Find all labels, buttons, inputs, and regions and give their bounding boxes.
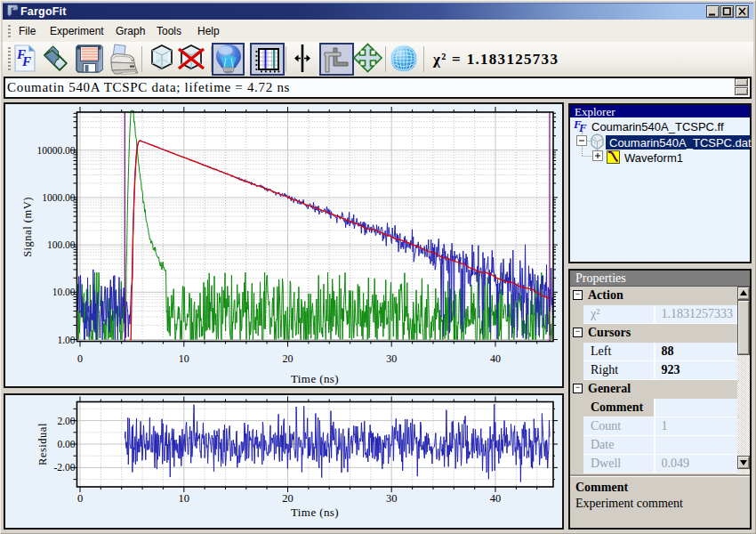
- svg-text:30: 30: [386, 492, 398, 505]
- svg-text:F: F: [21, 54, 31, 69]
- svg-text:10: 10: [179, 492, 190, 505]
- svg-text:20: 20: [283, 352, 294, 365]
- svg-text:100.00: 100.00: [47, 239, 76, 250]
- svg-text:2.00: 2.00: [57, 416, 75, 426]
- svg-text:40: 40: [490, 352, 501, 365]
- svg-text:0: 0: [77, 492, 83, 505]
- svg-text:Signal (mV): Signal (mV): [21, 197, 34, 257]
- svg-text:40: 40: [490, 492, 502, 505]
- svg-text:Time (ns): Time (ns): [291, 506, 339, 519]
- svg-text:0.00: 0.00: [57, 439, 75, 449]
- svg-text:20: 20: [282, 492, 294, 505]
- svg-text:30: 30: [386, 352, 397, 365]
- svg-text:-2.00: -2.00: [54, 462, 76, 473]
- svg-text:10000.00: 10000.00: [36, 145, 75, 156]
- svg-text:10: 10: [179, 352, 189, 365]
- svg-text:10.00: 10.00: [52, 287, 76, 297]
- svg-text:1.00: 1.00: [57, 335, 75, 345]
- svg-text:Time (ns): Time (ns): [291, 372, 339, 385]
- svg-text:Residual: Residual: [36, 423, 49, 465]
- svg-text:0: 0: [77, 352, 83, 365]
- svg-text:1000.00: 1000.00: [42, 192, 76, 203]
